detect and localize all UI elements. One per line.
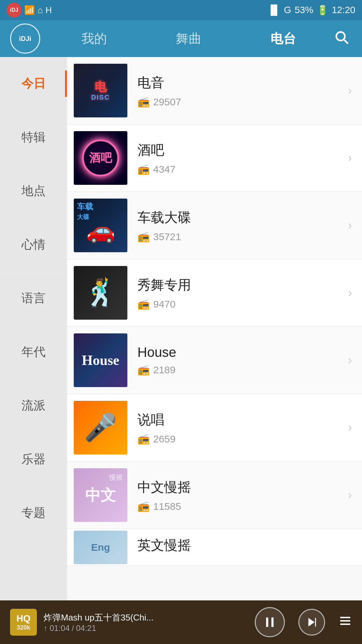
app-logo: iDJi: [10, 23, 40, 54]
network-g-icon: G: [284, 5, 291, 15]
listener-count: 2189: [153, 364, 176, 376]
sidebar-label-genre: 流派: [21, 397, 46, 414]
sidebar-item-place[interactable]: 地点: [0, 164, 67, 218]
svg-rect-2: [266, 618, 268, 627]
signal-icon: 📻: [137, 364, 150, 376]
listener-count: 9470: [153, 299, 176, 310]
svg-rect-3: [272, 618, 274, 627]
sidebar-label-language: 语言: [21, 290, 46, 307]
sidebar-item-special[interactable]: 特辑: [0, 111, 67, 164]
signal-icon: 📻: [137, 96, 150, 108]
radio-name: 电音: [137, 73, 341, 92]
radio-name: House: [137, 345, 341, 360]
search-button[interactable]: [330, 26, 352, 51]
main-content: 今日 特辑 地点 心情 语言 年代 流派 乐器 专题: [0, 57, 362, 610]
list-item[interactable]: 🎤 说唱 📻 2659 ›: [67, 394, 362, 462]
sidebar-item-topic[interactable]: 专题: [0, 486, 67, 540]
tab-my[interactable]: 我的: [75, 27, 114, 51]
next-button[interactable]: [298, 609, 325, 636]
svg-line-1: [344, 40, 348, 44]
radio-name: 英文慢摇: [137, 536, 352, 554]
list-item[interactable]: 电 DISC 电音 📻 29507 ›: [67, 57, 362, 124]
sidebar-label-topic: 专题: [21, 505, 46, 521]
radio-listeners: 📻 9470: [137, 298, 341, 310]
sidebar-label-instrument: 乐器: [21, 451, 46, 468]
status-bar: iDJ 📶 ⌂ H ▐▌ G 53% 🔋 12:20: [0, 0, 362, 20]
network-h-icon: H: [46, 5, 52, 15]
signal-bars-icon: ▐▌: [267, 5, 281, 15]
sidebar-item-today[interactable]: 今日: [0, 57, 67, 111]
radio-info: 英文慢摇: [137, 536, 352, 558]
home-icon: ⌂: [38, 5, 43, 15]
battery-icon: 🔋: [317, 5, 328, 16]
tab-dance[interactable]: 舞曲: [169, 27, 208, 51]
pause-button[interactable]: [255, 607, 285, 637]
jiuba-circle: 酒吧: [82, 140, 119, 176]
radio-listeners: 📻 4347: [137, 163, 341, 175]
sidebar-item-instrument[interactable]: 乐器: [0, 433, 67, 486]
radio-info: 电音 📻 29507: [137, 73, 341, 108]
sidebar-item-mood[interactable]: 心情: [0, 218, 67, 272]
list-item[interactable]: House House 📻 2189 ›: [67, 327, 362, 394]
radio-thumb-shuochang: 🎤: [74, 401, 127, 454]
radio-name: 秀舞专用: [137, 276, 341, 294]
radio-name: 中文慢摇: [137, 478, 341, 496]
listener-count: 35721: [153, 231, 181, 243]
time-elapsed: 01:04: [50, 624, 70, 633]
listener-count: 11585: [153, 501, 181, 512]
list-item[interactable]: Eng 英文慢摇: [67, 529, 362, 566]
logo-text: iDJi: [19, 35, 32, 43]
time-separator: /: [72, 624, 74, 633]
radio-thumb-house: House: [74, 333, 127, 387]
sidebar: 今日 特辑 地点 心情 语言 年代 流派 乐器 专题: [0, 57, 67, 610]
svg-point-0: [336, 32, 345, 41]
sidebar-label-special: 特辑: [21, 129, 46, 146]
radio-info: 中文慢摇 📻 11585: [137, 478, 341, 512]
radio-info: 说唱 📻 2659: [137, 411, 341, 445]
player-title: 炸弹Mash up五十首35(Chi...: [44, 612, 248, 624]
chevron-right-icon: ›: [341, 218, 352, 232]
chevron-right-icon: ›: [341, 421, 352, 435]
list-item[interactable]: 酒吧 酒吧 📻 4347 ›: [67, 124, 362, 192]
listener-count: 29507: [153, 96, 181, 108]
list-item[interactable]: 🕺 秀舞专用 📻 9470 ›: [67, 259, 362, 327]
radio-info: 酒吧 📻 4347: [137, 141, 341, 175]
sidebar-item-era[interactable]: 年代: [0, 325, 67, 379]
sidebar-item-genre[interactable]: 流派: [0, 379, 67, 433]
radio-name: 车载大碟: [137, 208, 341, 227]
chevron-right-icon: ›: [341, 488, 352, 502]
clock: 12:20: [332, 5, 355, 15]
signal-icon: 📻: [137, 298, 150, 310]
quality-label: 320k: [17, 624, 30, 632]
radio-thumb-chezai: 车载大碟 🚗: [74, 199, 127, 252]
player-controls: [255, 607, 352, 637]
chevron-right-icon: ›: [341, 353, 352, 367]
chevron-right-icon: ›: [341, 151, 352, 165]
list-item[interactable]: 中文 慢摇 中文慢摇 📻 11585 ›: [67, 462, 362, 529]
radio-info: 车载大碟 📻 35721: [137, 208, 341, 243]
chevron-right-icon: ›: [341, 286, 352, 300]
sidebar-label-era: 年代: [21, 344, 46, 360]
list-item[interactable]: 车载大碟 🚗 车载大碟 📻 35721 ›: [67, 192, 362, 259]
sidebar-item-language[interactable]: 语言: [0, 272, 67, 325]
radio-thumb-yingwen: Eng: [74, 531, 127, 564]
svg-marker-4: [308, 618, 314, 627]
signal-icon: 📻: [137, 433, 150, 445]
chevron-right-icon: ›: [341, 84, 352, 98]
time-total: 04:21: [76, 624, 96, 633]
dj-logo-badge: iDJ: [7, 3, 21, 17]
tab-radio[interactable]: 电台: [264, 27, 303, 51]
upload-icon: ↑: [44, 624, 48, 633]
radio-listeners: 📻 2659: [137, 433, 341, 445]
status-right: ▐▌ G 53% 🔋 12:20: [267, 5, 355, 16]
radio-listeners: 📻 2189: [137, 364, 341, 376]
radio-name: 说唱: [137, 411, 341, 429]
nav-tabs: 我的 舞曲 电台: [47, 27, 330, 51]
radio-list: 电 DISC 电音 📻 29507 › 酒吧 酒吧 📻: [67, 57, 362, 610]
radio-info: 秀舞专用 📻 9470: [137, 276, 341, 310]
listener-count: 4347: [153, 164, 176, 175]
player-info: 炸弹Mash up五十首35(Chi... ↑ 01:04 / 04:21: [44, 612, 248, 633]
radio-name: 酒吧: [137, 141, 341, 159]
playlist-button[interactable]: [339, 614, 352, 631]
radio-thumb-xiuwu: 🕺: [74, 266, 127, 320]
